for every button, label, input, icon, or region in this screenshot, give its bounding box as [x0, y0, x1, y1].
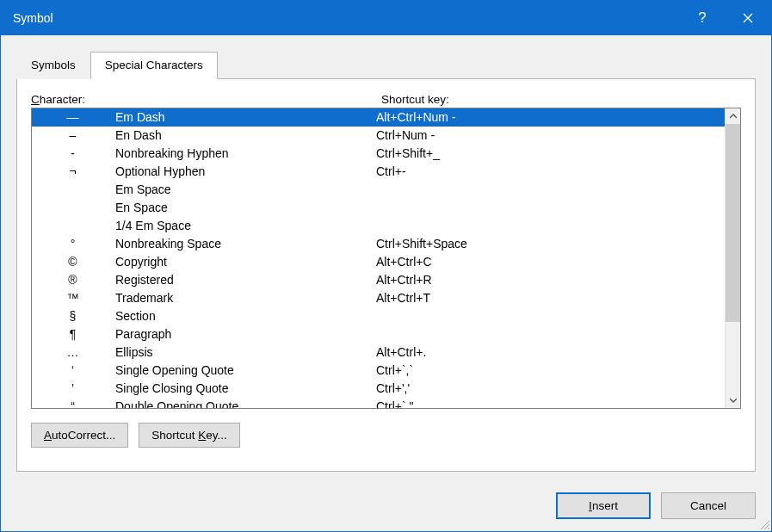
column-headers: Character: Shortcut key:: [31, 93, 741, 106]
list-item[interactable]: §Section: [32, 307, 725, 325]
list-item[interactable]: Em Space: [32, 181, 725, 199]
character-name: Single Closing Quote: [114, 380, 376, 398]
character-list-container: —Em DashAlt+Ctrl+Num -–En DashCtrl+Num -…: [31, 108, 741, 409]
character-name: Section: [114, 307, 376, 325]
character-list[interactable]: —Em DashAlt+Ctrl+Num -–En DashCtrl+Num -…: [32, 108, 725, 408]
list-item[interactable]: ™TrademarkAlt+Ctrl+T: [32, 289, 725, 307]
character-shortcut: [376, 217, 725, 235]
scrollbar[interactable]: [725, 108, 740, 408]
resize-grip-icon: [758, 518, 770, 530]
character-name: Registered: [114, 271, 376, 289]
window-title: Symbol: [13, 11, 681, 25]
scrollbar-track[interactable]: [726, 124, 740, 393]
character-symbol: [32, 217, 114, 235]
character-symbol: “: [32, 398, 114, 408]
character-shortcut: [376, 307, 725, 325]
list-item[interactable]: …EllipsisAlt+Ctrl+.: [32, 343, 725, 362]
character-shortcut: Alt+Ctrl+C: [376, 253, 725, 271]
character-symbol: ’: [32, 380, 114, 398]
character-shortcut: [376, 181, 725, 199]
list-item[interactable]: ‘Single Opening QuoteCtrl+`,`: [32, 362, 725, 380]
help-button[interactable]: ?: [681, 1, 724, 35]
list-item[interactable]: -Nonbreaking HyphenCtrl+Shift+_: [32, 145, 725, 163]
dialog-footer: Insert Cancel: [1, 484, 771, 531]
character-name: Double Opening Quote: [114, 398, 376, 408]
character-symbol: §: [32, 307, 114, 325]
character-name: Nonbreaking Hyphen: [114, 145, 376, 163]
chevron-up-icon: [730, 114, 737, 119]
character-name: Paragraph: [114, 325, 376, 343]
scrollbar-thumb[interactable]: [726, 124, 740, 322]
list-item[interactable]: “Double Opening QuoteCtrl+`,": [32, 398, 725, 408]
cancel-button[interactable]: Cancel: [661, 492, 756, 519]
character-symbol: —: [32, 108, 114, 127]
list-item[interactable]: –En DashCtrl+Num -: [32, 127, 725, 145]
character-shortcut: Ctrl+Shift+Space: [376, 235, 725, 253]
titlebar[interactable]: Symbol ?: [1, 1, 771, 35]
character-name: En Space: [114, 199, 376, 217]
character-header: Character:: [31, 93, 381, 106]
svg-line-4: [768, 528, 769, 529]
character-name: Ellipsis: [114, 343, 376, 362]
list-item[interactable]: ¶Paragraph: [32, 325, 725, 343]
dialog-content: Symbols Special Characters Character: Sh…: [1, 35, 771, 484]
character-shortcut: Alt+Ctrl+T: [376, 289, 725, 307]
autocorrect-button[interactable]: AutoCorrect...: [31, 423, 128, 448]
character-symbol: °: [32, 235, 114, 253]
insert-button[interactable]: Insert: [556, 492, 651, 519]
tab-symbols-label: Symbols: [31, 59, 76, 71]
character-symbol: ©: [32, 253, 114, 271]
character-symbol: …: [32, 343, 114, 362]
character-name: Nonbreaking Space: [114, 235, 376, 253]
character-symbol: [32, 199, 114, 217]
list-item[interactable]: ®RegisteredAlt+Ctrl+R: [32, 271, 725, 289]
character-name: Copyright: [114, 253, 376, 271]
character-shortcut: Ctrl+Shift+_: [376, 145, 725, 163]
list-item[interactable]: ’Single Closing QuoteCtrl+',': [32, 380, 725, 398]
panel-buttons: AutoCorrect... Shortcut Key...: [31, 423, 741, 448]
chevron-down-icon: [730, 398, 737, 403]
close-button[interactable]: [724, 1, 771, 35]
character-shortcut: Ctrl+Num -: [376, 127, 725, 145]
character-name: Em Dash: [114, 108, 376, 127]
tab-special-label: Special Characters: [105, 59, 203, 71]
character-shortcut: [376, 199, 725, 217]
shortcut-header: Shortcut key:: [381, 93, 449, 106]
svg-line-3: [764, 524, 769, 529]
character-symbol: –: [32, 127, 114, 145]
character-shortcut: [376, 325, 725, 343]
list-item[interactable]: En Space: [32, 199, 725, 217]
character-shortcut: Ctrl+',': [376, 380, 725, 398]
character-symbol: -: [32, 145, 114, 163]
character-shortcut: Alt+Ctrl+R: [376, 271, 725, 289]
tab-special-characters[interactable]: Special Characters: [90, 52, 218, 79]
list-item[interactable]: —Em DashAlt+Ctrl+Num -: [32, 108, 725, 127]
scroll-down-button[interactable]: [726, 393, 740, 408]
close-icon: [743, 13, 753, 23]
list-item[interactable]: ©CopyrightAlt+Ctrl+C: [32, 253, 725, 271]
tab-panel: Character: Shortcut key: —Em DashAlt+Ctr…: [16, 78, 756, 472]
list-item[interactable]: °Nonbreaking SpaceCtrl+Shift+Space: [32, 235, 725, 253]
character-symbol: ¬: [32, 163, 114, 181]
character-shortcut: Alt+Ctrl+Num -: [376, 108, 725, 127]
shortcut-key-button[interactable]: Shortcut Key...: [139, 423, 240, 448]
character-shortcut: Ctrl+-: [376, 163, 725, 181]
character-shortcut: Ctrl+`,`: [376, 362, 725, 380]
character-shortcut: Ctrl+`,": [376, 398, 725, 408]
character-symbol: ™: [32, 289, 114, 307]
character-shortcut: Alt+Ctrl+.: [376, 343, 725, 362]
character-name: 1/4 Em Space: [114, 217, 376, 235]
svg-line-2: [761, 521, 769, 529]
character-name: En Dash: [114, 127, 376, 145]
tab-symbols[interactable]: Symbols: [16, 52, 90, 79]
symbol-dialog: Symbol ? Symbols Special Characters Char…: [0, 0, 772, 532]
tabs: Symbols Special Characters: [16, 51, 756, 78]
character-name: Trademark: [114, 289, 376, 307]
list-item[interactable]: ¬Optional HyphenCtrl+-: [32, 163, 725, 181]
character-name: Single Opening Quote: [114, 362, 376, 380]
character-symbol: ¶: [32, 325, 114, 343]
scroll-up-button[interactable]: [726, 108, 740, 124]
character-name: Em Space: [114, 181, 376, 199]
character-name: Optional Hyphen: [114, 163, 376, 181]
list-item[interactable]: 1/4 Em Space: [32, 217, 725, 235]
